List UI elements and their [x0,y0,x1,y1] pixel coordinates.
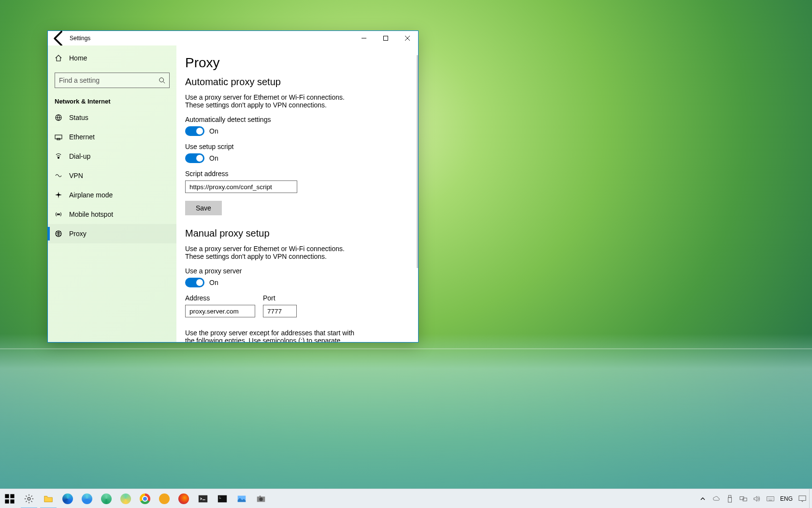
tray-notifications[interactable] [796,489,809,508]
save-button[interactable]: Save [185,201,222,215]
svg-point-5 [58,157,59,159]
globe-icon [55,230,62,238]
search-icon [159,77,165,84]
taskbar-app-chrome-canary[interactable] [155,489,174,508]
sidebar-item-dialup[interactable]: Dial-up [48,147,176,166]
taskbar-app-terminal[interactable] [193,489,213,508]
back-button[interactable] [48,31,70,45]
sidebar-item-label: VPN [69,172,83,179]
svg-rect-0 [383,36,388,41]
tray-network[interactable] [737,489,750,508]
notification-icon [798,495,806,503]
minimize-button[interactable] [353,31,375,45]
svg-rect-14 [218,495,227,502]
home-icon [55,54,62,62]
script-address-input[interactable] [185,180,297,193]
edge-canary-icon [120,493,131,504]
taskbar-app-settings[interactable] [19,489,39,508]
auto-desc: Use a proxy server for Ethernet or Wi-Fi… [185,93,359,109]
svg-rect-11 [10,499,14,503]
taskbar-app-photos[interactable] [232,489,251,508]
use-proxy-state: On [209,279,218,286]
settings-window: Settings Home Network & Internet [47,30,419,343]
tray-overflow[interactable] [696,489,710,508]
sidebar-item-label: Home [69,54,87,62]
taskbar-app-edge-canary[interactable] [116,489,135,508]
edge-dev-icon [101,493,112,504]
auto-detect-label: Automatically detect settings [185,116,404,123]
taskbar-app-edge-dev[interactable] [97,489,116,508]
ethernet-icon [55,133,62,141]
search-input-wrapper[interactable] [55,73,170,88]
network-icon [740,495,747,503]
sidebar-item-vpn[interactable]: VPN [48,166,176,185]
use-script-toggle[interactable] [185,153,204,163]
sidebar-item-label: Dial-up [69,152,90,160]
volume-icon [753,495,761,503]
show-desktop-button[interactable] [809,489,812,508]
sidebar-item-home[interactable]: Home [48,48,176,68]
folder-icon [43,493,54,504]
use-proxy-label: Use a proxy server [185,267,404,275]
svg-rect-22 [743,498,747,501]
tray-language[interactable]: ENG [777,489,796,508]
maximize-icon [383,36,388,41]
window-title: Settings [70,35,90,42]
sidebar-item-status[interactable]: Status [48,108,176,127]
port-input[interactable] [263,305,297,317]
sidebar: Home Network & Internet Status Ethernet … [48,45,176,342]
svg-point-17 [259,497,262,501]
airplane-icon [55,191,62,199]
chrome-canary-icon [159,493,170,504]
sidebar-item-proxy[interactable]: Proxy [48,224,176,243]
search-input[interactable] [59,76,159,84]
taskbar-app-cmd[interactable] [213,489,232,508]
svg-rect-21 [740,496,744,499]
tray-volume[interactable] [750,489,764,508]
windows-icon [4,493,15,504]
sidebar-item-label: Proxy [69,230,87,238]
taskbar-app-camera[interactable] [251,489,271,508]
maximize-button[interactable] [375,31,396,45]
taskbar-app-firefox[interactable] [174,489,193,508]
use-proxy-toggle[interactable] [185,278,204,287]
firefox-icon [178,493,189,504]
tray-keyboard[interactable] [764,489,777,508]
tray-usb[interactable] [723,489,737,508]
auto-detect-toggle[interactable] [185,126,204,136]
dialup-icon [55,152,62,160]
taskbar-app-chrome[interactable] [135,489,155,508]
tray-onedrive[interactable] [710,489,723,508]
start-button[interactable] [0,489,19,508]
cmd-icon [217,493,228,504]
taskbar-app-edge[interactable] [58,489,77,508]
svg-point-1 [160,78,164,82]
manual-heading: Manual proxy setup [185,228,404,239]
except-desc: Use the proxy server except for addresse… [185,329,359,342]
close-button[interactable] [396,31,418,45]
sidebar-item-airplane[interactable]: Airplane mode [48,185,176,205]
page-title: Proxy [185,55,404,71]
titlebar: Settings [48,31,418,45]
svg-point-6 [58,214,59,215]
taskbar-app-explorer[interactable] [39,489,58,508]
sidebar-item-hotspot[interactable]: Mobile hotspot [48,205,176,224]
content-area: Proxy Automatic proxy setup Use a proxy … [176,45,418,342]
svg-rect-24 [799,495,806,500]
cloud-icon [712,495,720,503]
auto-detect-state: On [209,127,218,135]
port-label: Port [263,294,297,302]
gear-icon [24,493,34,504]
sidebar-item-label: Mobile hotspot [69,210,113,218]
chevron-up-icon [699,495,707,503]
address-input[interactable] [185,305,255,317]
scrollbar[interactable] [417,55,418,268]
svg-point-12 [28,497,30,500]
sidebar-item-label: Status [69,114,88,121]
camera-icon [256,493,266,504]
chrome-icon [140,493,150,504]
svg-rect-18 [259,495,261,497]
sidebar-item-ethernet[interactable]: Ethernet [48,127,176,147]
taskbar-app-edge-beta[interactable] [77,489,97,508]
edge-icon [62,493,73,504]
